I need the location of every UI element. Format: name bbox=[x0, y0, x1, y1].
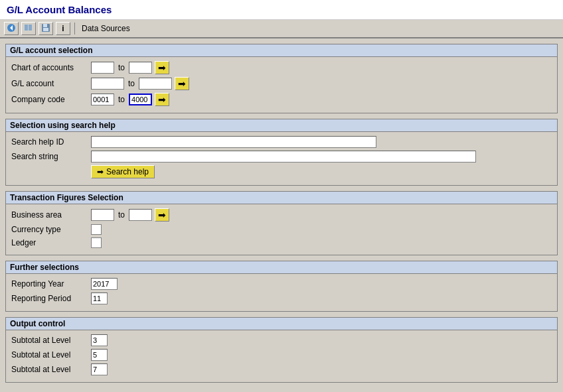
search-string-label: Search string bbox=[11, 152, 91, 161]
search-help-btn-arrow-icon: ➡ bbox=[97, 167, 104, 176]
chart-of-accounts-row: Chart of accounts to ➡ bbox=[11, 61, 552, 74]
search-help-id-input[interactable] bbox=[91, 136, 376, 148]
ledger-label: Ledger bbox=[11, 238, 91, 247]
currency-type-row: Currency type bbox=[11, 224, 552, 235]
chart-of-accounts-from-input[interactable] bbox=[91, 62, 114, 74]
chart-of-accounts-label: Chart of accounts bbox=[11, 63, 91, 72]
gl-account-from-input[interactable] bbox=[91, 78, 124, 90]
business-area-from-input[interactable] bbox=[91, 209, 114, 221]
reporting-year-row: Reporting Year bbox=[11, 278, 552, 290]
company-code-row: Company code to ➡ bbox=[11, 93, 552, 106]
gl-account-label: G/L account bbox=[11, 79, 91, 88]
currency-type-checkbox[interactable] bbox=[91, 224, 102, 235]
save-button[interactable] bbox=[39, 22, 53, 35]
subtotal-level-3-label: Subtotal at Level bbox=[11, 365, 91, 374]
subtotal-level-3-input[interactable] bbox=[91, 363, 108, 375]
company-code-label: Company code bbox=[11, 95, 91, 104]
gl-account-selection-header: G/L account selection bbox=[6, 44, 557, 57]
reporting-period-input[interactable] bbox=[91, 293, 108, 304]
arrow-right-icon-2: ➡ bbox=[178, 78, 186, 89]
company-code-arrow-btn[interactable]: ➡ bbox=[155, 93, 169, 106]
gl-account-arrow-btn[interactable]: ➡ bbox=[175, 77, 189, 90]
reporting-year-label: Reporting Year bbox=[11, 279, 91, 289]
arrow-right-icon: ➡ bbox=[158, 62, 166, 73]
currency-type-label: Currency type bbox=[11, 225, 91, 234]
search-string-input[interactable] bbox=[91, 151, 476, 163]
forward-button[interactable] bbox=[21, 22, 36, 35]
search-help-btn-label: Search help bbox=[106, 167, 149, 176]
search-help-body: Search help ID Search string ➡ Search he… bbox=[6, 132, 557, 185]
search-help-section: Selection using search help Search help … bbox=[5, 119, 558, 186]
data-sources-link[interactable]: Data Sources bbox=[82, 24, 130, 33]
company-code-to-input[interactable] bbox=[129, 94, 152, 105]
search-help-id-label: Search help ID bbox=[11, 137, 91, 147]
subtotal-level-2-input[interactable] bbox=[91, 349, 108, 361]
back-button[interactable] bbox=[4, 22, 19, 35]
company-code-to-label: to bbox=[118, 95, 125, 104]
save-icon bbox=[41, 23, 50, 34]
svg-rect-5 bbox=[43, 24, 47, 27]
svg-rect-2 bbox=[25, 25, 28, 31]
search-help-button[interactable]: ➡ Search help bbox=[91, 165, 155, 178]
content-area: G/L account selection Chart of accounts … bbox=[0, 38, 563, 392]
business-area-to-label: to bbox=[118, 210, 125, 220]
window-title: G/L Account Balances bbox=[0, 0, 563, 20]
transaction-figures-body: Business area to ➡ Currency type Ledger bbox=[6, 204, 557, 255]
svg-rect-3 bbox=[29, 25, 32, 31]
search-help-btn-row: ➡ Search help bbox=[11, 165, 552, 178]
gl-account-selection-body: Chart of accounts to ➡ G/L account to ➡ bbox=[6, 57, 557, 113]
further-selections-header: Further selections bbox=[6, 261, 557, 274]
reporting-year-input[interactable] bbox=[91, 278, 118, 290]
transaction-figures-header: Transaction Figures Selection bbox=[6, 192, 557, 204]
search-help-id-row: Search help ID bbox=[11, 136, 552, 148]
gl-account-row: G/L account to ➡ bbox=[11, 77, 552, 90]
output-control-section: Output control Subtotal at Level Subtota… bbox=[5, 317, 558, 383]
output-control-body: Subtotal at Level Subtotal at Level Subt… bbox=[6, 330, 557, 382]
info-button[interactable]: i bbox=[56, 22, 70, 35]
back-icon bbox=[7, 23, 16, 34]
business-area-to-input[interactable] bbox=[129, 209, 152, 221]
info-icon: i bbox=[62, 24, 64, 33]
business-area-arrow-btn[interactable]: ➡ bbox=[155, 208, 169, 222]
reporting-period-label: Reporting Period bbox=[11, 294, 91, 303]
search-string-row: Search string bbox=[11, 151, 552, 163]
business-area-row: Business area to ➡ bbox=[11, 208, 552, 222]
svg-rect-6 bbox=[43, 28, 48, 31]
subtotal-level-3-row: Subtotal at Level bbox=[11, 363, 552, 375]
ledger-checkbox[interactable] bbox=[91, 237, 102, 248]
arrow-right-icon-4: ➡ bbox=[158, 210, 166, 220]
gl-account-to-label: to bbox=[128, 79, 135, 88]
chart-of-accounts-to-input[interactable] bbox=[129, 62, 152, 74]
toolbar: i Data Sources bbox=[0, 20, 563, 38]
further-selections-body: Reporting Year Reporting Period bbox=[6, 274, 557, 311]
chart-of-accounts-to-label: to bbox=[118, 63, 125, 72]
further-selections-section: Further selections Reporting Year Report… bbox=[5, 261, 558, 312]
gl-account-selection-section: G/L account selection Chart of accounts … bbox=[5, 44, 558, 113]
toolbar-separator bbox=[74, 23, 75, 34]
gl-account-to-input[interactable] bbox=[139, 78, 172, 90]
business-area-label: Business area bbox=[11, 210, 91, 220]
arrow-right-icon-3: ➡ bbox=[158, 94, 166, 105]
search-help-header: Selection using search help bbox=[6, 119, 557, 132]
subtotal-level-2-label: Subtotal at Level bbox=[11, 350, 91, 359]
subtotal-level-1-input[interactable] bbox=[91, 334, 108, 346]
subtotal-level-1-label: Subtotal at Level bbox=[11, 336, 91, 345]
subtotal-level-1-row: Subtotal at Level bbox=[11, 334, 552, 346]
ledger-row: Ledger bbox=[11, 237, 552, 248]
company-code-from-input[interactable] bbox=[91, 94, 114, 105]
subtotal-level-2-row: Subtotal at Level bbox=[11, 349, 552, 361]
output-control-header: Output control bbox=[6, 318, 557, 330]
transaction-figures-section: Transaction Figures Selection Business a… bbox=[5, 191, 558, 255]
chart-of-accounts-arrow-btn[interactable]: ➡ bbox=[155, 61, 169, 74]
forward-icon bbox=[24, 23, 33, 34]
reporting-period-row: Reporting Period bbox=[11, 293, 552, 304]
